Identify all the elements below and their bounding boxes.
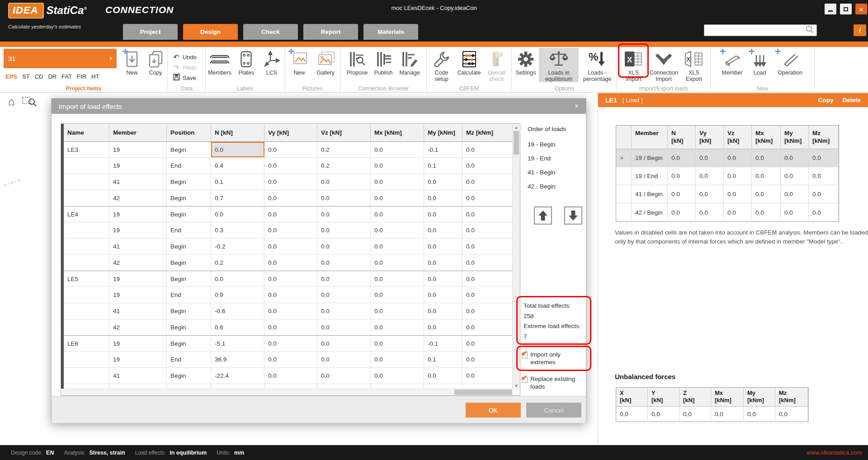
load-table-cell[interactable]: 0.0 xyxy=(781,185,809,203)
load-table-cell[interactable]: 0.0 xyxy=(696,185,724,203)
import-table-cell[interactable]: 0.0 xyxy=(462,255,513,271)
import-table-cell[interactable]: 0.0 xyxy=(371,174,424,190)
load-table-column-header[interactable]: Vz[kN] xyxy=(724,126,752,149)
load-table-cell[interactable]: 0.0 xyxy=(752,149,781,167)
settings-button[interactable]: Settings xyxy=(513,48,539,76)
import-table-cell[interactable]: 0.0 xyxy=(317,222,371,238)
home-view-icon[interactable]: ⌂ xyxy=(8,95,15,108)
import-table-cell[interactable]: 0.0 xyxy=(317,287,371,303)
load-table-cell[interactable]: 0.0 xyxy=(668,185,696,203)
zoom-area-icon[interactable] xyxy=(22,95,37,108)
import-table-cell[interactable]: 36.9 xyxy=(211,352,264,367)
import-table-cell[interactable]: LE3 xyxy=(64,142,109,157)
import-table-cell[interactable]: 0.0 xyxy=(211,207,264,222)
new-picture-button[interactable]: + New xyxy=(286,48,312,76)
import-table-cell[interactable] xyxy=(64,319,109,335)
manage-button[interactable]: Manage xyxy=(396,48,423,76)
import-table-cell[interactable]: 19 xyxy=(109,336,167,351)
import-table-cell[interactable]: 0.0 xyxy=(371,319,424,335)
import-table-cell[interactable]: 19 xyxy=(109,142,167,157)
xls-export-button[interactable]: X XLS Export xyxy=(681,48,707,82)
vertical-scrollbar[interactable]: ▲ ▼ xyxy=(512,124,520,390)
import-table-cell[interactable]: End xyxy=(167,352,211,367)
load-table-cell[interactable]: 0.0 xyxy=(724,149,752,167)
import-table-cell[interactable]: 0.0 xyxy=(371,207,424,222)
import-table-cell[interactable]: 0.0 xyxy=(371,336,424,351)
import-table-cell[interactable]: 0.0 xyxy=(462,352,513,367)
import-table-cell[interactable]: Begin xyxy=(167,271,211,286)
import-table-cell[interactable]: 42 xyxy=(109,190,167,206)
cancel-button[interactable]: Cancel xyxy=(526,403,581,418)
import-table-cell[interactable]: 0.0 xyxy=(317,303,371,319)
dialog-close-icon[interactable]: × xyxy=(575,102,579,110)
import-table-column-header[interactable]: Vy [kN] xyxy=(264,124,317,141)
import-table-cell[interactable]: -0.2 xyxy=(211,239,264,254)
import-table-cell[interactable]: 0.0 xyxy=(462,287,513,303)
order-of-loads-item[interactable]: 41 - Begin xyxy=(528,165,556,179)
import-table-cell[interactable]: 0.0 xyxy=(371,271,424,286)
checkbox[interactable]: ✔ xyxy=(522,352,528,358)
load-table-row[interactable]: 41 / Begin0.00.00.00.00.00.0 xyxy=(616,185,839,203)
import-table-cell[interactable]: 0.0 xyxy=(462,336,513,351)
import-table-row[interactable]: LE619Begin-5.10.00.00.0-0.10.0 xyxy=(64,335,513,352)
load-table-cell[interactable]: 0.0 xyxy=(752,185,781,203)
import-table-cell[interactable]: 0.0 xyxy=(317,239,371,254)
import-table-cell[interactable]: 0.0 xyxy=(462,319,513,335)
import-table-row[interactable]: LE419Begin0.00.00.00.00.00.0 xyxy=(64,206,513,222)
copy-project-item-button[interactable]: Copy xyxy=(144,48,167,76)
import-table-cell[interactable] xyxy=(64,368,109,384)
loads-in-equilibrium-toggle[interactable]: Loads in equilibrium xyxy=(539,48,579,82)
import-table-cell[interactable]: 41 xyxy=(109,239,167,254)
import-table-cell[interactable]: 0.2 xyxy=(317,158,371,174)
import-table-row[interactable]: 41Begin-0.20.00.00.00.00.0 xyxy=(64,239,513,255)
code-st[interactable]: ST xyxy=(22,73,30,80)
import-table-cell[interactable]: 0.0 xyxy=(371,222,424,238)
minimize-button[interactable] xyxy=(825,4,836,14)
load-table-cell[interactable]: > xyxy=(616,149,632,167)
load-table-cell[interactable]: 0.0 xyxy=(668,149,696,167)
import-table-row[interactable]: 42Begin0.60.00.00.00.00.0 xyxy=(64,319,513,336)
import-table-cell[interactable]: 0.0 xyxy=(264,271,317,286)
load-table-cell[interactable]: 0.0 xyxy=(724,185,752,203)
load-table-cell[interactable]: 0.0 xyxy=(752,167,781,185)
lcs-labels-button[interactable]: LCS xyxy=(259,48,284,76)
delete-load-button[interactable]: Delete xyxy=(842,97,861,103)
import-table-row[interactable]: 41Begin-22.40.00.00.00.00.0 xyxy=(64,368,513,384)
import-table-cell[interactable]: 0.0 xyxy=(462,142,513,157)
import-table-cell[interactable]: 0.0 xyxy=(317,352,371,367)
code-ht[interactable]: HT xyxy=(91,73,99,80)
copy-load-button[interactable]: Copy xyxy=(818,97,834,103)
load-table-cell[interactable]: 42 / Begin xyxy=(632,203,668,221)
import-table-cell[interactable]: 0.0 xyxy=(317,190,371,206)
import-table-cell[interactable]: 0.0 xyxy=(424,174,462,190)
import-table-cell[interactable]: 0.0 xyxy=(371,303,424,319)
import-table-cell[interactable]: Begin xyxy=(167,336,211,351)
import-only-extremes-checkbox[interactable]: ✔ Import only extremes xyxy=(522,351,576,366)
import-table-column-header[interactable]: Mz [kNm] xyxy=(462,124,513,141)
import-table-cell[interactable]: End xyxy=(167,222,211,238)
import-table-cell[interactable]: 0.0 xyxy=(317,368,371,384)
load-table-cell[interactable]: 0.0 xyxy=(696,203,724,221)
import-table-cell[interactable]: 0.0 xyxy=(462,158,513,174)
import-table-row[interactable]: 41Begin-0.60.00.00.00.00.0 xyxy=(64,303,513,319)
import-table-cell[interactable]: 0.0 xyxy=(462,303,513,319)
tab-report[interactable]: Report xyxy=(303,24,358,40)
import-table-cell[interactable]: 0.1 xyxy=(424,352,462,367)
import-table-row[interactable]: 19End0.90.00.00.00.00.0 xyxy=(64,287,513,303)
import-table-cell[interactable]: 0.0 xyxy=(371,352,424,367)
checkbox[interactable]: ✔ xyxy=(522,377,528,383)
import-table-cell[interactable]: 0.0 xyxy=(264,239,317,254)
import-table-row[interactable]: 19End0.40.00.20.00.10.0 xyxy=(64,158,513,174)
project-item-selector[interactable]: 31 ▾ xyxy=(4,49,117,68)
import-table-cell[interactable]: -0.1 xyxy=(424,142,462,157)
plates-labels-button[interactable]: Plates xyxy=(234,48,259,76)
load-table-cell[interactable]: 0.0 xyxy=(809,185,839,203)
tab-check[interactable]: Check xyxy=(243,24,298,40)
import-table-cell[interactable]: 41 xyxy=(109,368,167,384)
overall-check-button[interactable]: Overall check xyxy=(484,48,510,82)
load-table-row[interactable]: 42 / Begin0.00.00.00.00.00.0 xyxy=(616,203,839,221)
import-table-cell[interactable]: 0.7 xyxy=(211,190,264,206)
import-table-cell[interactable]: 0.0 xyxy=(264,319,317,335)
import-table-cell[interactable]: End xyxy=(167,287,211,303)
import-table-cell[interactable]: 0.0 xyxy=(317,319,371,335)
